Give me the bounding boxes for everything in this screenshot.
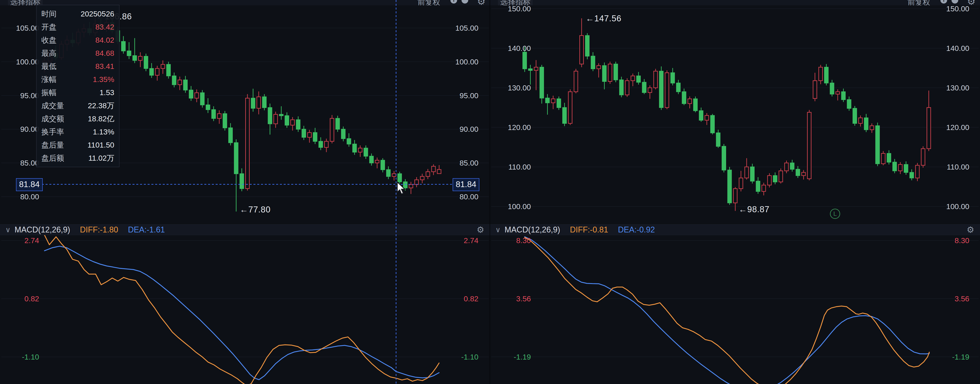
- settings-gear-icon[interactable]: ⚙: [477, 0, 485, 5]
- tooltip-field-value: 18.82亿: [88, 114, 114, 124]
- tooltip-field-value: 1.35%: [93, 75, 114, 84]
- tooltip-row: 最高84.68: [37, 47, 119, 60]
- info-circle-icon[interactable]: i: [450, 0, 457, 3]
- tooltip-row: 盘后量1101.50: [37, 138, 119, 152]
- tooltip-row: 振幅1.53: [37, 86, 119, 99]
- panel-divider: [490, 0, 490, 384]
- macd-dea-value: DEA:-0.92: [618, 225, 655, 235]
- info-circle-icon[interactable]: i: [940, 0, 947, 3]
- tooltip-field-label: 开盘: [41, 22, 56, 32]
- tooltip-row: 涨幅1.35%: [37, 73, 119, 86]
- indicator-selector-button[interactable]: 选择指标: [498, 0, 533, 5]
- tooltip-row: 换手率1.13%: [37, 125, 119, 138]
- tooltip-field-label: 时间: [41, 9, 56, 19]
- collapse-chevron-icon[interactable]: ∨: [495, 225, 500, 234]
- dual-stock-chart-workspace: 105.00105.00100.00100.0095.0095.0090.009…: [0, 0, 980, 384]
- tooltip-field-label: 涨幅: [41, 75, 56, 85]
- collapse-chevron-icon[interactable]: ∨: [5, 225, 10, 234]
- l-marker-badge: L: [830, 209, 840, 219]
- crosshair-price-badge-right: 81.84: [453, 178, 479, 191]
- left-macd-header: ∨ MACD(12,26,9) DIFF:-1.80 DEA:-1.61 ⚙: [0, 224, 490, 235]
- tooltip-field-value: 11.02万: [88, 153, 114, 163]
- tooltip-field-value: 84.02: [95, 36, 114, 44]
- tooltip-field-value: 22.38万: [88, 101, 114, 111]
- mouse-cursor-icon: [397, 181, 410, 196]
- tooltip-row: 收盘84.02: [37, 33, 119, 47]
- tooltip-field-label: 收盘: [41, 35, 56, 45]
- price-adjust-mode-button[interactable]: 前复权: [907, 0, 930, 5]
- macd-diff-value: DIFF:-0.81: [570, 225, 608, 235]
- macd-indicator-label: MACD(12,26,9): [504, 225, 560, 235]
- macd-settings-gear-icon[interactable]: ⚙: [967, 225, 974, 235]
- tooltip-field-value: 1.13%: [93, 127, 114, 136]
- tooltip-field-label: 最高: [41, 48, 56, 59]
- crosshair-horizontal-line: [42, 184, 453, 185]
- tooltip-row: 盘后额11.02万: [37, 152, 119, 165]
- settings-gear-icon[interactable]: ⚙: [967, 0, 975, 5]
- user-circle-icon[interactable]: [461, 0, 468, 3]
- tooltip-row: 成交量22.38万: [37, 99, 119, 112]
- macd-diff-value: DIFF:-1.80: [80, 225, 118, 235]
- crosshair-price-badge-left: 81.84: [16, 178, 43, 191]
- macd-settings-gear-icon[interactable]: ⚙: [477, 225, 484, 235]
- tooltip-row: 最低83.41: [37, 60, 119, 73]
- price-adjust-mode-button[interactable]: 前复权: [417, 0, 440, 5]
- crosshair-vertical-line: [396, 0, 396, 384]
- ohlc-tooltip: 时间20250526开盘83.42收盘84.02最高84.68最低83.41涨幅…: [36, 5, 119, 167]
- tooltip-field-label: 盘后额: [41, 153, 64, 163]
- tooltip-rows: 时间20250526开盘83.42收盘84.02最高84.68最低83.41涨幅…: [37, 7, 119, 165]
- user-circle-icon[interactable]: [951, 0, 958, 3]
- tooltip-field-value: 20250526: [81, 10, 114, 18]
- tooltip-field-value: 84.68: [95, 49, 114, 57]
- tooltip-field-value: 1101.50: [88, 141, 114, 149]
- left-panel-header: 选择指标 前复权 i ⚙: [0, 0, 490, 5]
- tooltip-field-value: 83.41: [95, 62, 114, 71]
- macd-indicator-label: MACD(12,26,9): [14, 225, 70, 235]
- tooltip-field-label: 成交额: [41, 114, 64, 124]
- macd-dea-value: DEA:-1.61: [128, 225, 165, 235]
- indicator-selector-button[interactable]: 选择指标: [8, 0, 43, 5]
- tooltip-field-value: 83.42: [95, 23, 114, 31]
- tooltip-field-label: 振幅: [41, 87, 56, 98]
- tooltip-row: 时间20250526: [37, 7, 119, 21]
- tooltip-field-label: 成交量: [41, 101, 64, 111]
- tooltip-row: 成交额18.82亿: [37, 112, 119, 125]
- right-macd-header: ∨ MACD(12,26,9) DIFF:-0.81 DEA:-0.92 ⚙: [490, 224, 980, 235]
- tooltip-field-label: 盘后量: [41, 140, 64, 150]
- tooltip-field-label: 换手率: [41, 127, 64, 137]
- tooltip-field-value: 1.53: [100, 88, 114, 97]
- tooltip-row: 开盘83.42: [37, 21, 119, 33]
- right-panel-header: 选择指标 前复权 i ⚙: [490, 0, 980, 5]
- tooltip-field-label: 最低: [41, 61, 56, 71]
